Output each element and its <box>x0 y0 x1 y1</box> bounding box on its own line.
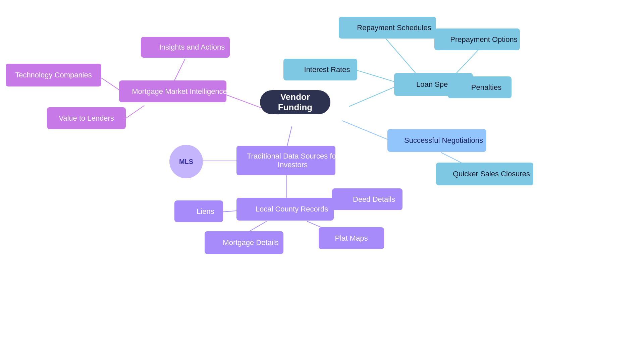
traditional-data-sources-node: Traditional Data Sources for Investors <box>236 146 335 175</box>
svg-line-4 <box>349 86 396 107</box>
value-to-lenders-node: Value to Lenders <box>47 107 126 129</box>
local-county-records-node: Local County Records <box>236 198 334 221</box>
liens-node: Liens <box>174 200 223 222</box>
quicker-sales-closures-node: Quicker Sales Closures <box>436 163 533 185</box>
plat-maps-node: Plat Maps <box>319 227 384 249</box>
svg-line-2 <box>100 77 119 90</box>
svg-line-9 <box>342 121 392 141</box>
penalties-node: Penalties <box>448 76 512 98</box>
svg-line-11 <box>287 126 292 147</box>
interest-rates-node: Interest Rates <box>283 59 357 80</box>
svg-line-6 <box>357 70 396 82</box>
mls-node: MLS <box>169 145 203 178</box>
vendor-funding-node: Vendor Funding <box>260 90 330 114</box>
prepayment-options-node: Prepayment Options <box>434 28 520 50</box>
mortgage-details-node: Mortgage Details <box>205 231 283 254</box>
mortgage-market-node: Mortgage Market Intelligence <box>119 80 226 102</box>
repayment-schedules-node: Repayment Schedules <box>339 17 436 39</box>
successful-negotiations-node: Successful Negotiations <box>387 129 486 152</box>
svg-line-1 <box>173 59 185 84</box>
insights-actions-node: Insights and Actions <box>141 37 230 58</box>
deed-details-node: Deed Details <box>332 188 402 210</box>
svg-line-3 <box>126 106 144 118</box>
technology-companies-node: Technology Companies <box>6 64 101 86</box>
svg-line-5 <box>386 39 418 75</box>
